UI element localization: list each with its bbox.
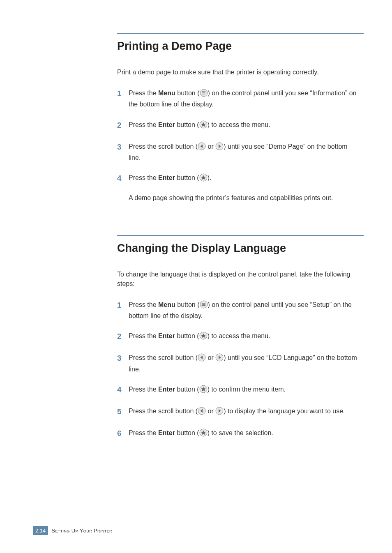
step-6: 6 Press the Enter button () to save the … [117,428,357,439]
step-number: 6 [117,428,129,439]
text: Press the scroll button ( [129,408,198,415]
text: button ( [175,301,200,308]
step-3: 3 Press the scroll button ( or ) until y… [117,142,357,162]
enter-icon [199,332,208,342]
text: or [206,408,215,415]
bold-text: Enter [158,174,175,181]
section-heading: Changing the Display Language [117,242,357,255]
text: Press the scroll button ( [129,143,198,150]
text: ) to save the selection. [208,429,273,436]
text: Press the [129,121,158,128]
left-arrow-icon [198,142,206,153]
section-rule [117,33,364,34]
section-changing-language: Changing the Display Language To change … [117,235,357,440]
step-body: Press the scroll button ( or ) until you… [129,353,357,373]
text: Press the [129,90,158,97]
step-1: 1 Press the Menu button () on the contro… [117,300,357,320]
enter-icon [199,173,208,184]
step-body: Press the scroll button ( or ) until you… [129,142,357,162]
text: ) to confirm the menu item. [208,386,286,393]
chapter-number: 2. [35,528,40,534]
step-body: Press the Enter button () to save the se… [129,428,273,439]
text: button ( [175,90,200,97]
page-footer: 2.14 Setting Up Your Printer [33,526,112,535]
bold-text: Enter [158,332,175,339]
step-number: 4 [117,385,129,396]
step-2: 2 Press the Enter button () to access th… [117,120,357,131]
menu-icon [200,300,208,311]
right-arrow-icon [215,407,224,417]
menu-icon [200,89,208,99]
bold-text: Enter [158,429,175,436]
text: Press the [129,174,158,181]
step-body: Press the Enter button (). A demo page s… [129,173,333,203]
enter-icon [199,120,208,131]
page-number-badge: 2.14 [33,526,48,535]
left-arrow-icon [198,353,206,364]
step-1: 1 Press the Menu button () on the contro… [117,88,357,109]
text: button ( [175,121,199,128]
text: button ( [175,386,199,393]
step-3: 3 Press the scroll button ( or ) until y… [117,353,357,373]
step-4: 4 Press the Enter button (). A demo page… [117,173,357,203]
text: Press the [129,301,158,308]
bold-text: Menu [158,90,175,97]
step-number: 5 [117,406,129,417]
section-intro: To change the language that is displayed… [117,270,357,288]
text: ) to display the language you want to us… [224,408,345,415]
page: Printing a Demo Page Print a demo page t… [0,0,392,553]
enter-icon [199,429,208,439]
section-rule [117,235,364,236]
text: or [206,143,215,150]
bold-text: Enter [158,121,175,128]
text: button ( [175,429,199,436]
step-5: 5 Press the scroll button ( or ) to disp… [117,406,357,417]
footer-section-title: Setting Up Your Printer [51,528,112,534]
text: Press the [129,429,158,436]
text: button ( [175,174,199,181]
text: Press the [129,386,158,393]
right-arrow-icon [215,142,224,153]
section-heading: Printing a Demo Page [117,40,357,53]
step-body: Press the Enter button () to confirm the… [129,385,286,396]
bold-text: Menu [158,301,175,308]
step-number: 4 [117,173,129,203]
step-body: Press the scroll button ( or ) to displa… [129,406,345,417]
text: or [206,354,215,361]
section-intro: Print a demo page to make sure that the … [117,67,357,77]
step-number: 1 [117,88,129,109]
step-number: 3 [117,353,129,373]
text: ) to access the menu. [208,121,270,128]
left-arrow-icon [198,407,206,417]
step-follow-text: A demo page showing the printer’s featur… [129,193,333,203]
text: Press the scroll button ( [129,354,198,361]
page-number: 14 [40,528,46,534]
text: ) to access the menu. [208,332,270,339]
step-number: 2 [117,331,129,342]
step-number: 1 [117,300,129,320]
enter-icon [199,385,208,396]
step-body: Press the Menu button () on the control … [129,88,357,109]
step-body: Press the Enter button () to access the … [129,120,270,131]
text: Press the [129,332,158,339]
text: ). [208,174,212,181]
step-body: Press the Enter button () to access the … [129,331,270,342]
text: button ( [175,332,199,339]
step-4: 4 Press the Enter button () to confirm t… [117,385,357,396]
step-number: 2 [117,120,129,131]
right-arrow-icon [215,353,224,364]
step-2: 2 Press the Enter button () to access th… [117,331,357,342]
section-printing-demo: Printing a Demo Page Print a demo page t… [117,33,357,203]
bold-text: Enter [158,386,175,393]
step-body: Press the Menu button () on the control … [129,300,357,320]
step-number: 3 [117,142,129,162]
